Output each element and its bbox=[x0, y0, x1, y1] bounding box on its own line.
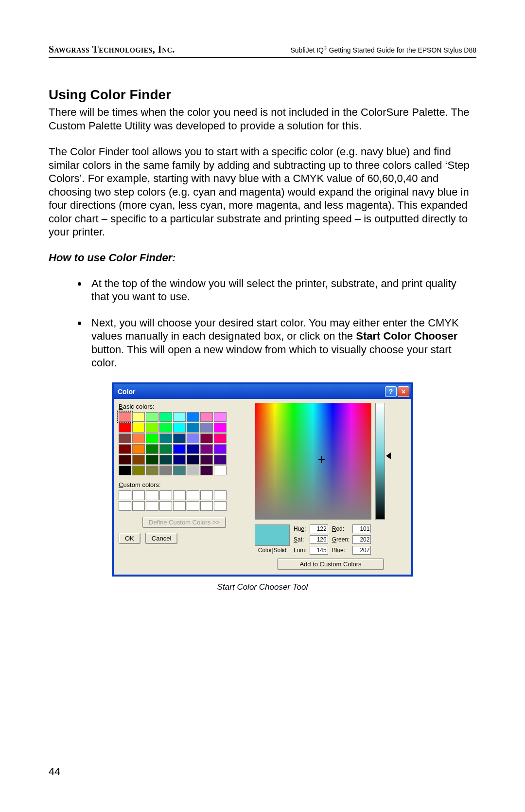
crosshair-icon bbox=[318, 456, 325, 463]
basic-color-swatch[interactable] bbox=[200, 433, 213, 443]
custom-color-swatch[interactable] bbox=[173, 490, 186, 500]
basic-color-swatch[interactable] bbox=[200, 412, 213, 422]
basic-color-swatch[interactable] bbox=[119, 444, 131, 454]
basic-color-swatch[interactable] bbox=[214, 444, 227, 454]
basic-color-swatch[interactable] bbox=[214, 455, 227, 465]
basic-color-swatch[interactable] bbox=[146, 412, 158, 422]
custom-color-swatch[interactable] bbox=[146, 490, 158, 500]
basic-color-swatch[interactable] bbox=[214, 466, 227, 475]
custom-color-swatch[interactable] bbox=[200, 501, 213, 511]
dialog-title: Color bbox=[118, 388, 136, 396]
basic-color-swatch[interactable] bbox=[173, 433, 186, 443]
custom-color-swatch[interactable] bbox=[132, 490, 145, 500]
blue-input[interactable] bbox=[352, 546, 371, 555]
basic-color-swatch[interactable] bbox=[214, 423, 227, 433]
close-button[interactable]: × bbox=[398, 386, 409, 397]
green-label: Green: bbox=[332, 536, 350, 543]
custom-color-swatch[interactable] bbox=[119, 490, 131, 500]
basic-color-swatch[interactable] bbox=[200, 444, 213, 454]
basic-color-swatch[interactable] bbox=[214, 433, 227, 443]
basic-color-swatch[interactable] bbox=[159, 423, 172, 433]
basic-color-swatch[interactable] bbox=[173, 444, 186, 454]
hue-input[interactable] bbox=[310, 524, 328, 533]
basic-color-swatch[interactable] bbox=[173, 423, 186, 433]
luminance-slider[interactable] bbox=[375, 403, 385, 520]
basic-color-swatch[interactable] bbox=[146, 466, 158, 475]
hue-sat-picker[interactable] bbox=[255, 403, 371, 520]
basic-color-swatch[interactable] bbox=[119, 423, 131, 433]
basic-color-swatch[interactable] bbox=[200, 455, 213, 465]
basic-color-swatch[interactable] bbox=[146, 423, 158, 433]
bullet-1: At the top of the window you will select… bbox=[88, 277, 476, 304]
cancel-button[interactable]: Cancel bbox=[145, 533, 177, 544]
basic-color-swatch[interactable] bbox=[146, 433, 158, 443]
company-name: Sawgrass Technologies, Inc. bbox=[49, 44, 175, 55]
add-custom-button[interactable]: Add to Custom Colors bbox=[277, 559, 384, 570]
basic-color-swatch[interactable] bbox=[132, 455, 145, 465]
basic-color-swatch[interactable] bbox=[132, 423, 145, 433]
figure-caption: Start Color Chooser Tool bbox=[217, 582, 308, 592]
basic-color-swatch[interactable] bbox=[119, 412, 131, 422]
basic-color-swatch[interactable] bbox=[187, 455, 199, 465]
basic-color-swatch[interactable] bbox=[187, 466, 199, 475]
basic-color-swatch[interactable] bbox=[214, 412, 227, 422]
custom-color-swatch[interactable] bbox=[173, 501, 186, 511]
basic-color-swatch[interactable] bbox=[132, 444, 145, 454]
basic-color-swatch[interactable] bbox=[132, 412, 145, 422]
doc-title: SubliJet IQ® Getting Started Guide for t… bbox=[291, 46, 477, 54]
bullet-list: At the top of the window you will select… bbox=[49, 277, 476, 370]
basic-color-swatch[interactable] bbox=[187, 433, 199, 443]
basic-color-swatch[interactable] bbox=[173, 412, 186, 422]
red-label: Red: bbox=[332, 525, 350, 532]
basic-color-swatch[interactable] bbox=[132, 433, 145, 443]
basic-color-swatch[interactable] bbox=[146, 455, 158, 465]
basic-color-swatch[interactable] bbox=[132, 466, 145, 475]
basic-color-swatch[interactable] bbox=[159, 455, 172, 465]
ok-button[interactable]: OK bbox=[119, 533, 140, 544]
sat-input[interactable] bbox=[310, 535, 328, 544]
luminance-arrow-icon bbox=[386, 452, 391, 459]
sat-label: Sat: bbox=[294, 536, 307, 543]
hue-label: Hue: bbox=[294, 525, 307, 532]
basic-color-swatch[interactable] bbox=[119, 455, 131, 465]
basic-color-swatch[interactable] bbox=[187, 423, 199, 433]
lum-input[interactable] bbox=[310, 546, 328, 555]
basic-color-swatch[interactable] bbox=[173, 455, 186, 465]
basic-color-swatch[interactable] bbox=[159, 466, 172, 475]
howto-heading: How to use Color Finder: bbox=[49, 252, 476, 264]
basic-color-swatch[interactable] bbox=[159, 412, 172, 422]
bullet-2: Next, you will choose your desired start… bbox=[88, 316, 476, 370]
basic-color-swatch[interactable] bbox=[187, 444, 199, 454]
basic-color-swatch[interactable] bbox=[200, 423, 213, 433]
custom-color-swatch[interactable] bbox=[159, 501, 172, 511]
basic-color-swatch[interactable] bbox=[119, 433, 131, 443]
basic-color-swatch[interactable] bbox=[146, 444, 158, 454]
custom-color-swatch[interactable] bbox=[119, 501, 131, 511]
custom-color-swatch[interactable] bbox=[214, 501, 227, 511]
page-header: Sawgrass Technologies, Inc. SubliJet IQ®… bbox=[49, 44, 476, 58]
custom-color-swatch[interactable] bbox=[200, 490, 213, 500]
color-values: Hue: Red: Sat: Green: Lum: Blue: bbox=[294, 524, 372, 555]
custom-color-swatch[interactable] bbox=[132, 501, 145, 511]
custom-color-swatch[interactable] bbox=[146, 501, 158, 511]
define-custom-button[interactable]: Define Custom Colors >> bbox=[142, 517, 226, 528]
section-heading: Using Color Finder bbox=[49, 87, 476, 103]
basic-color-swatch[interactable] bbox=[119, 466, 131, 475]
basic-color-swatch[interactable] bbox=[187, 412, 199, 422]
colorsolid-label: Color|Solid bbox=[258, 547, 286, 554]
red-input[interactable] bbox=[352, 524, 371, 533]
page-number: 44 bbox=[49, 765, 60, 778]
custom-color-swatch[interactable] bbox=[214, 490, 227, 500]
green-input[interactable] bbox=[352, 535, 371, 544]
help-button[interactable]: ? bbox=[385, 386, 397, 397]
custom-color-swatch[interactable] bbox=[187, 490, 199, 500]
basic-color-swatch[interactable] bbox=[173, 466, 186, 475]
basic-color-swatch[interactable] bbox=[200, 466, 213, 475]
basic-color-swatch[interactable] bbox=[159, 444, 172, 454]
lum-label: Lum: bbox=[294, 547, 307, 554]
basic-color-grid bbox=[119, 412, 250, 475]
custom-color-swatch[interactable] bbox=[159, 490, 172, 500]
basic-color-swatch[interactable] bbox=[159, 433, 172, 443]
custom-color-swatch[interactable] bbox=[187, 501, 199, 511]
paragraph-1: There will be times when the color you n… bbox=[49, 106, 476, 132]
